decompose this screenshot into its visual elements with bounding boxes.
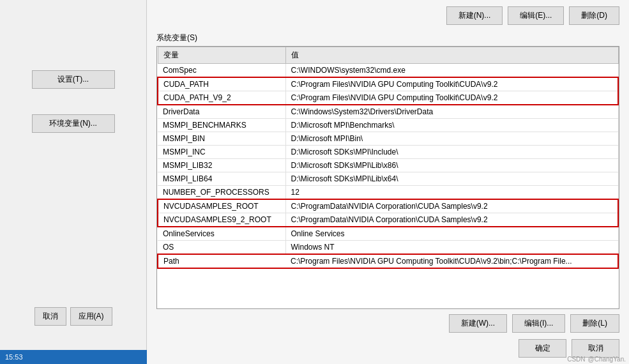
delete-bottom-button[interactable]: 删除(L) [570,314,619,333]
var-cell: DriverData [158,105,285,119]
statusbar: 15:53 [0,350,147,364]
var-cell: OS [158,241,285,255]
dialog-bottom-row: 确定 取消 [156,339,619,358]
var-cell: ComSpec [158,64,285,78]
table-row[interactable]: MSMPI_INCD:\Microsoft SDKs\MPI\Include\ [158,146,618,159]
system-vars-table: 变量 值 ComSpecC:\WINDOWS\system32\cmd.exeC… [157,47,619,269]
var-cell: NUMBER_OF_PROCESSORS [158,186,285,200]
system-vars-table-container[interactable]: 变量 值 ComSpecC:\WINDOWS\system32\cmd.exeC… [156,46,619,309]
main-panel: 新建(N)... 编辑(E)... 删除(D) 系统变量(S) 变量 值 Com… [147,0,629,364]
val-cell: C:\WINDOWS\system32\cmd.exe [285,64,618,78]
delete-top-button[interactable]: 删除(D) [569,6,619,25]
val-cell: C:\ProgramData\NVIDIA Corporation\CUDA S… [285,199,618,213]
col-header-var: 变量 [158,47,285,64]
val-cell: Online Services [285,227,618,241]
sidebar: 设置(T)... 环境变量(N)... 取消 应用(A) [0,0,147,364]
table-row[interactable]: OnlineServicesOnline Services [158,227,618,241]
var-cell: MSMPI_LIB64 [158,172,285,186]
table-row[interactable]: OSWindows NT [158,241,618,255]
author-label: @ChangYan. [588,356,626,363]
define-button[interactable]: 取消 [34,307,66,326]
table-row[interactable]: PathC:\Program Files\NVIDIA GPU Computin… [158,254,618,268]
table-row[interactable]: CUDA_PATH_V9_2C:\Program Files\NVIDIA GP… [158,91,618,105]
env-vars-button[interactable]: 环境变量(N)... [32,114,115,133]
settings-button[interactable]: 设置(T)... [32,70,115,89]
val-cell: D:\Microsoft SDKs\MPI\Include\ [285,146,618,159]
var-cell: Path [158,254,285,268]
top-buttons-row: 新建(N)... 编辑(E)... 删除(D) [156,6,619,25]
var-cell: MSMPI_INC [158,146,285,159]
var-cell: CUDA_PATH [158,77,285,91]
table-row[interactable]: MSMPI_BIND:\Microsoft MPI\Bin\ [158,132,618,146]
table-row[interactable]: DriverDataC:\Windows\System32\Drivers\Dr… [158,105,618,119]
var-cell: NVCUDASAMPLES_ROOT [158,199,285,213]
system-vars-label: 系统变量(S) [156,33,619,43]
val-cell: D:\Microsoft SDKs\MPI\Lib\x86\ [285,159,618,172]
table-row[interactable]: NVCUDASAMPLES9_2_ROOTC:\ProgramData\NVID… [158,213,618,227]
val-cell: D:\Microsoft MPI\Bin\ [285,132,618,146]
table-row[interactable]: NVCUDASAMPLES_ROOTC:\ProgramData\NVIDIA … [158,199,618,213]
csdn-label: CSDN [567,356,585,363]
ok-button[interactable]: 确定 [519,339,566,358]
val-cell: C:\Program Files\NVIDIA GPU Computing To… [285,77,618,91]
val-cell: C:\Windows\System32\Drivers\DriverData [285,105,618,119]
val-cell: Windows NT [285,241,618,255]
val-cell: C:\Program Files\NVIDIA GPU Computing To… [285,254,618,268]
table-row[interactable]: CUDA_PATHC:\Program Files\NVIDIA GPU Com… [158,77,618,91]
var-cell: MSMPI_LIB32 [158,159,285,172]
var-cell: MSMPI_BENCHMARKS [158,119,285,132]
var-cell: CUDA_PATH_V9_2 [158,91,285,105]
new-top-button[interactable]: 新建(N)... [446,6,503,25]
col-header-val: 值 [285,47,618,64]
bottom-buttons-row: 新建(W)... 编辑(I)... 删除(L) [156,314,619,333]
cancel-button[interactable]: 取消 [572,339,619,358]
val-cell: C:\ProgramData\NVIDIA Corporation\CUDA S… [285,213,618,227]
edit-top-button[interactable]: 编辑(E)... [508,6,564,25]
val-cell: D:\Microsoft SDKs\MPI\Lib\x64\ [285,172,618,186]
new-bottom-button[interactable]: 新建(W)... [449,314,507,333]
apply-button[interactable]: 应用(A) [70,307,112,326]
val-cell: 12 [285,186,618,200]
var-cell: MSMPI_BIN [158,132,285,146]
table-row[interactable]: ComSpecC:\WINDOWS\system32\cmd.exe [158,64,618,78]
table-row[interactable]: MSMPI_BENCHMARKSD:\Microsoft MPI\Benchma… [158,119,618,132]
val-cell: D:\Microsoft MPI\Benchmarks\ [285,119,618,132]
val-cell: C:\Program Files\NVIDIA GPU Computing To… [285,91,618,105]
edit-bottom-button[interactable]: 编辑(I)... [512,314,565,333]
var-cell: NVCUDASAMPLES9_2_ROOT [158,213,285,227]
table-row[interactable]: NUMBER_OF_PROCESSORS12 [158,186,618,200]
var-cell: OnlineServices [158,227,285,241]
table-row[interactable]: MSMPI_LIB32D:\Microsoft SDKs\MPI\Lib\x86… [158,159,618,172]
table-row[interactable]: MSMPI_LIB64D:\Microsoft SDKs\MPI\Lib\x64… [158,172,618,186]
watermark: CSDN @ChangYan. [567,356,626,363]
time-display: 15:53 [5,353,23,361]
